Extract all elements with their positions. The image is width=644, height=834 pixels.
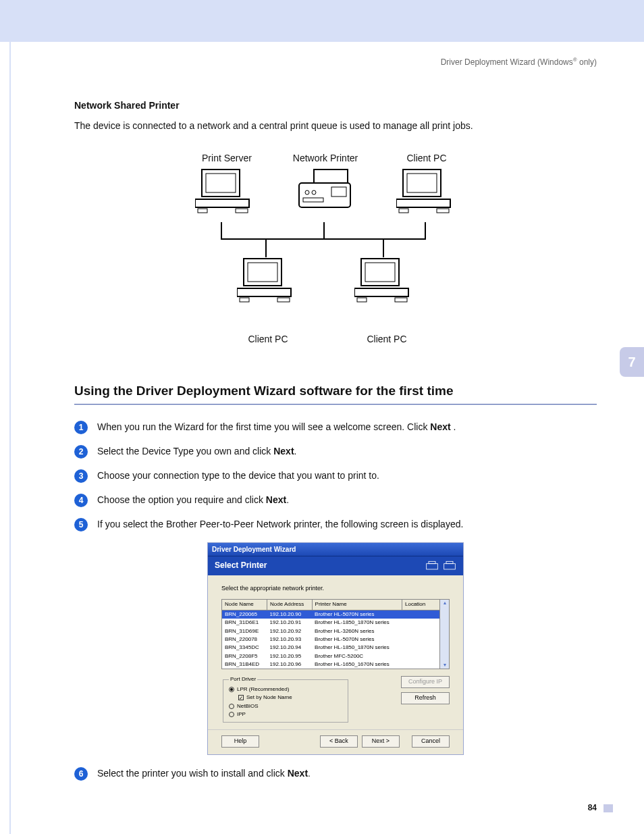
refresh-button[interactable]: Refresh bbox=[401, 692, 450, 704]
printer-icon bbox=[443, 560, 456, 572]
table-row[interactable]: BRN_31B4ED192.10.20.96Brother HL-1650_16… bbox=[222, 660, 450, 669]
col-node-address[interactable]: Node Address bbox=[267, 600, 313, 610]
left-gutter-line bbox=[9, 42, 11, 834]
printer-table[interactable]: Node Name Node Address Printer Name Loca… bbox=[221, 599, 450, 669]
subsection-title: Network Shared Printer bbox=[74, 99, 597, 111]
step-3: 3 Choose your connection type to the dev… bbox=[74, 469, 597, 483]
net-line bbox=[425, 222, 426, 238]
client-pc-bl-icon bbox=[237, 257, 299, 303]
cancel-button[interactable]: Cancel bbox=[412, 735, 450, 748]
network-printer-icon bbox=[294, 168, 356, 214]
net-backbone bbox=[221, 238, 426, 240]
table-row[interactable]: BRN_220078192.10.20.93Brother HL-5070N s… bbox=[222, 635, 450, 644]
table-cell: 192.10.20.96 bbox=[267, 660, 313, 669]
radio-netbios[interactable]: NetBIOS bbox=[229, 703, 342, 710]
table-row[interactable]: BRN_3345DC192.10.20.94Brother HL-1850_18… bbox=[222, 644, 450, 652]
step-number-icon: 6 bbox=[74, 767, 88, 781]
print-server-icon bbox=[195, 168, 257, 214]
help-button[interactable]: Help bbox=[221, 735, 259, 748]
port-driver-group: Port Driver LPR (Recommended) ✓Set by No… bbox=[223, 676, 348, 723]
chapter-tab: 7 bbox=[620, 347, 644, 377]
step-post: . bbox=[286, 494, 289, 505]
step-bold: Next bbox=[288, 768, 308, 779]
svg-rect-7 bbox=[331, 187, 346, 197]
svg-rect-2 bbox=[195, 199, 249, 207]
step-number-icon: 1 bbox=[74, 421, 88, 434]
svg-rect-27 bbox=[429, 561, 435, 563]
step-text: Select the Device Type you own and click… bbox=[97, 445, 296, 457]
svg-rect-19 bbox=[240, 298, 249, 302]
radio-lpr[interactable]: LPR (Recommended) bbox=[229, 686, 342, 693]
step-pre: Select the Device Type you own and click bbox=[97, 446, 273, 457]
step-number-icon: 3 bbox=[74, 469, 88, 483]
step-1: 1 When you run the Wizard for the first … bbox=[74, 421, 597, 434]
table-row[interactable]: BRN_31D6E1192.10.20.91Brother HL-1850_18… bbox=[222, 619, 450, 627]
step-bold: Next bbox=[273, 446, 294, 457]
step-number-icon: 4 bbox=[74, 494, 88, 507]
wizard-footer: Help < Back Next > Cancel bbox=[208, 729, 463, 754]
step-pre: Choose your connection type to the devic… bbox=[97, 470, 379, 481]
table-scrollbar[interactable]: ▴▾ bbox=[439, 600, 449, 669]
side-buttons: Configure IP Refresh bbox=[401, 676, 450, 723]
configure-ip-button[interactable]: Configure IP bbox=[401, 676, 450, 688]
table-cell: 192.10.20.90 bbox=[267, 610, 313, 619]
step-pre: If you select the Brother Peer-to-Peer N… bbox=[97, 519, 463, 529]
radio-lpr-label: LPR (Recommended) bbox=[237, 686, 289, 693]
net-line bbox=[323, 222, 325, 238]
table-cell: Brother HL-5070N series bbox=[312, 635, 402, 644]
table-cell: Brother HL-3260N series bbox=[312, 627, 402, 635]
table-cell: BRN_31D69E bbox=[222, 627, 267, 635]
checkbox-set-by-node[interactable]: ✓Set by Node Name bbox=[238, 694, 342, 701]
section-rule bbox=[74, 404, 597, 405]
header-band bbox=[0, 0, 644, 42]
svg-rect-15 bbox=[437, 209, 449, 213]
svg-rect-12 bbox=[407, 174, 437, 192]
svg-rect-24 bbox=[357, 298, 367, 302]
table-row[interactable]: BRN_220065192.10.20.90Brother HL-5070N s… bbox=[222, 610, 450, 619]
step-6: 6 Select the printer you wish to install… bbox=[74, 767, 597, 781]
table-row[interactable]: BRN_31D69E192.10.20.92Brother HL-3260N s… bbox=[222, 627, 450, 635]
step-post: . bbox=[451, 421, 456, 432]
client-pc-br-icon bbox=[354, 257, 417, 303]
table-cell: Brother HL-1850_1870N series bbox=[312, 644, 402, 652]
step-pre: Choose the option you require and click bbox=[97, 494, 266, 505]
next-button[interactable]: Next > bbox=[362, 735, 400, 748]
label-client-pc-bl: Client PC bbox=[227, 333, 308, 345]
subsection-paragraph: The device is connected to a network and… bbox=[74, 120, 597, 132]
radio-ipp[interactable]: IPP bbox=[229, 711, 342, 718]
checkbox-label: Set by Node Name bbox=[246, 694, 292, 701]
running-head: Driver Deployment Wizard (Windows® only) bbox=[74, 57, 597, 68]
page-content: Driver Deployment Wizard (Windows® only)… bbox=[74, 57, 597, 791]
network-diagram: Print Server Network Printer Client PC C… bbox=[180, 152, 491, 368]
table-cell: 192.10.20.92 bbox=[267, 627, 313, 635]
svg-rect-18 bbox=[237, 288, 291, 296]
wizard-body: Select the appropriate network printer. … bbox=[208, 575, 463, 730]
step-pre: Select the printer you wish to install a… bbox=[97, 768, 288, 779]
printer-table-wrap: Node Name Node Address Printer Name Loca… bbox=[221, 599, 450, 669]
step-number-icon: 5 bbox=[74, 518, 88, 531]
svg-rect-23 bbox=[354, 288, 408, 296]
svg-rect-26 bbox=[427, 563, 438, 569]
col-node-name[interactable]: Node Name bbox=[222, 600, 267, 610]
page-number-bar bbox=[603, 804, 613, 812]
table-row[interactable]: BRN_2208F5192.10.20.95Brother MFC-5200C bbox=[222, 652, 450, 660]
step-bold: Next bbox=[266, 494, 286, 505]
col-printer-name[interactable]: Printer Name bbox=[312, 600, 402, 610]
wizard-hint: Select the appropriate network printer. bbox=[221, 585, 450, 593]
net-line bbox=[383, 240, 384, 257]
back-button[interactable]: < Back bbox=[320, 735, 358, 748]
table-cell: BRN_31D6E1 bbox=[222, 619, 267, 627]
wizard-screenshot: Driver Deployment Wizard Select Printer … bbox=[207, 542, 464, 755]
wizard-banner-icons bbox=[425, 560, 456, 572]
svg-rect-6 bbox=[314, 170, 348, 183]
client-pc-top-icon bbox=[396, 168, 458, 214]
step-list: 1 When you run the Wizard for the first … bbox=[74, 421, 597, 531]
svg-rect-29 bbox=[446, 561, 453, 563]
step-bold: Next bbox=[430, 421, 450, 432]
step-list-cont: 6 Select the printer you wish to install… bbox=[74, 767, 597, 781]
svg-rect-13 bbox=[396, 199, 450, 207]
svg-rect-1 bbox=[206, 174, 236, 192]
step-pre: When you run the Wizard for the first ti… bbox=[97, 421, 430, 432]
table-cell: Brother HL-5070N series bbox=[312, 610, 402, 619]
step-4: 4 Choose the option you require and clic… bbox=[74, 494, 597, 507]
